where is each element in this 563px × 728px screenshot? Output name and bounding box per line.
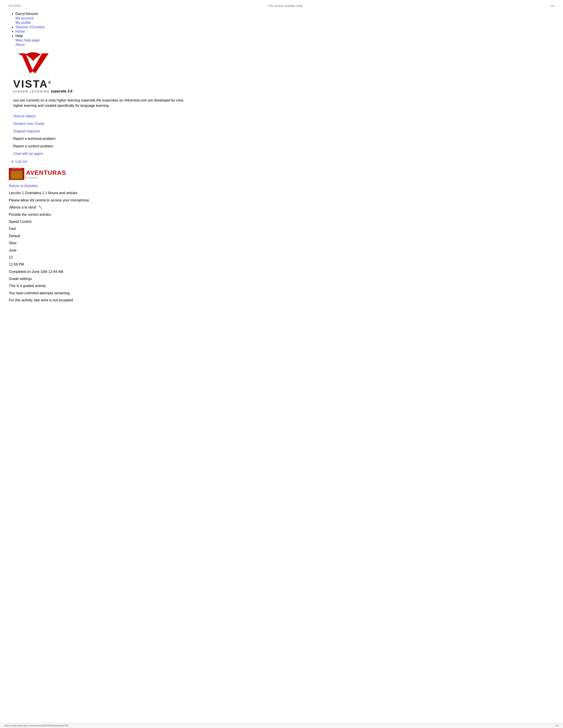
aventuras-title: AVENTURAS xyxy=(26,169,66,176)
aventuras-title-block: AVENTURAS ⊕ supersite xyxy=(26,169,66,179)
page-indicator: 1/4 xyxy=(550,4,554,8)
wrench-icon: 🔧 xyxy=(38,205,43,209)
help-links-section: How-to videos Student User Guide Support… xyxy=(13,113,554,157)
support-requests-link[interactable]: Support requests xyxy=(13,129,40,133)
grade-settings-label: Grade settings xyxy=(9,276,554,282)
student-guide-link[interactable]: Student User Guide xyxy=(13,122,44,126)
vista-emblem-svg xyxy=(13,51,53,78)
report-technical: Report a technical problem xyxy=(13,135,554,142)
attempts-line: You have unlimited attempts remaining. xyxy=(9,290,554,296)
help-item: Help Main help page About xyxy=(15,34,554,47)
provide-line: Provide the correct articles. xyxy=(9,211,554,218)
default-label: Default xyxy=(9,233,554,239)
day: 12 xyxy=(9,254,554,261)
aventuras-badge: AVENTURAS xyxy=(9,168,24,180)
about-description: you are currently on a vista higher lear… xyxy=(13,98,190,108)
browser-title: VHL Central | activities: show xyxy=(268,4,303,8)
lesson-line: Lección 1 Gramática 1.1 Nouns and articl… xyxy=(9,190,554,196)
aventuras-section: AVENTURAS AVENTURAS ⊕ supersite Return t… xyxy=(9,168,554,304)
main-nav: Darryl Almond My account My profile Span… xyxy=(9,12,554,47)
user-name: Darryl Almond xyxy=(15,12,38,16)
log-out-link[interactable]: Log out xyxy=(15,159,27,163)
browser-date: 6/17/2016 xyxy=(9,4,21,8)
aventuras-badge-image xyxy=(10,170,23,180)
return-to-activities-link[interactable]: Return to Activities xyxy=(9,184,38,188)
completed-line: Completed on June 10th 12:44 AM xyxy=(9,268,554,275)
activity-content: Return to Activities Lección 1 Gramática… xyxy=(9,183,554,304)
graded-line: This is a graded activity. xyxy=(9,283,554,289)
svg-point-4 xyxy=(13,171,21,178)
aventuras-supersite-label: ⊕ supersite xyxy=(26,176,66,179)
chat-link[interactable]: Chat with an agent xyxy=(13,152,43,156)
how-to-videos-link[interactable]: How-to videos xyxy=(13,114,36,118)
my-account-link[interactable]: My account xyxy=(15,16,34,20)
main-help-link[interactable]: Main help page xyxy=(15,38,39,42)
aventuras-logo: AVENTURAS AVENTURAS ⊕ supersite xyxy=(9,168,554,180)
late-work-line: For this activity, late work is not acce… xyxy=(9,297,554,304)
speed-control-label: Speed Control xyxy=(9,218,554,225)
time: 11:59 PM xyxy=(9,261,554,268)
home-link[interactable]: Home xyxy=(15,30,25,33)
month: June xyxy=(9,247,554,254)
aventuras-badge-top: AVENTURAS xyxy=(11,168,22,169)
slow-label: Slow xyxy=(9,240,554,246)
vista-logo-section: VISTA® HIGHER LEARNING supersite 3.0 xyxy=(13,51,554,93)
help-label: Help xyxy=(15,34,23,38)
logout-nav: Log out xyxy=(9,159,554,163)
my-profile-link[interactable]: My profile xyxy=(15,21,31,24)
about-link[interactable]: About xyxy=(15,43,25,47)
report-content: Report a content problem xyxy=(13,143,554,150)
nav-user: Darryl Almond My account My profile xyxy=(15,12,554,25)
fast-label: Fast xyxy=(9,225,554,232)
spanish-link[interactable]: Spanish 101online xyxy=(15,25,45,29)
vista-wordmark: VISTA® xyxy=(13,79,52,89)
manos-line: ¡Manos a la obra! 🔧 xyxy=(9,204,554,211)
allow-mic-line: Please allow vhl central to access your … xyxy=(9,197,554,204)
vista-tagline: HIGHER LEARNING supersite 3.0 xyxy=(13,89,72,93)
